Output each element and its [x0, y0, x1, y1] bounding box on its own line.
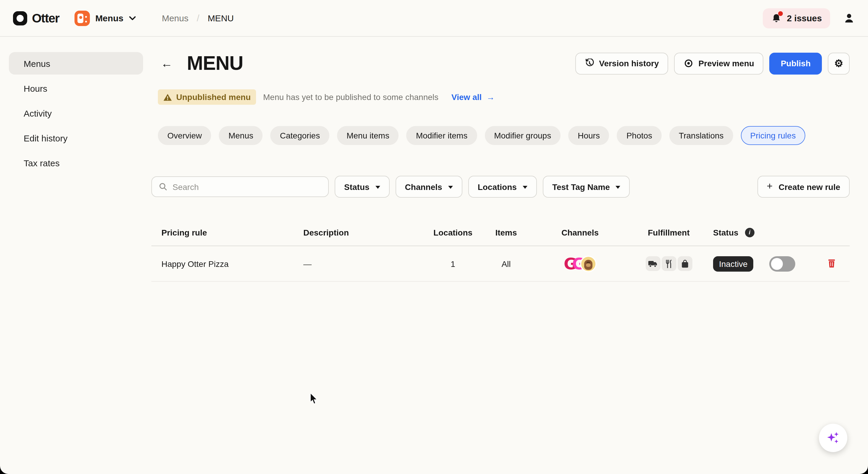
caret-down-icon: [448, 186, 453, 189]
publish-button[interactable]: Publish: [770, 52, 822, 74]
channels-filter-label: Channels: [405, 182, 442, 191]
app-switcher-label: Menus: [95, 13, 123, 23]
tab-menu-items[interactable]: Menu items: [337, 126, 399, 145]
status-filter-label: Status: [344, 182, 370, 191]
app-window: Otter Menus Menus / MENU: [0, 0, 868, 474]
rule-status-cell: Inactive: [713, 256, 850, 271]
sidebar-item-activity[interactable]: Activity: [9, 102, 143, 124]
chevron-down-icon: [129, 16, 136, 21]
status-filter-dropdown[interactable]: Status: [335, 176, 390, 198]
rule-name[interactable]: Happy Otter Pizza: [151, 259, 293, 268]
caret-down-icon: [523, 186, 527, 189]
locations-filter-label: Locations: [478, 182, 517, 191]
table-row[interactable]: Happy Otter Pizza — 1 All G G: [151, 246, 850, 282]
app-switcher[interactable]: Menus: [74, 10, 136, 26]
filters-row: Status Channels Locations Test Tag Name …: [151, 176, 850, 198]
create-new-rule-button[interactable]: + Create new rule: [757, 176, 850, 198]
tab-categories[interactable]: Categories: [271, 126, 329, 145]
tab-pricing-rules[interactable]: Pricing rules: [741, 126, 805, 145]
rule-locations: 1: [429, 259, 476, 268]
caret-down-icon: [616, 186, 621, 189]
sidebar-item-menus[interactable]: Menus: [9, 52, 143, 75]
channel-otter-icon: [580, 255, 596, 272]
breadcrumb-parent[interactable]: Menus: [162, 13, 188, 23]
column-status: Status i: [713, 228, 850, 237]
rule-fulfillment: [624, 256, 713, 271]
preview-menu-label: Preview menu: [699, 59, 754, 68]
tab-modifier-groups[interactable]: Modifier groups: [485, 126, 561, 145]
title-row: ← MENU Version history Preview: [151, 52, 850, 75]
pricing-rules-table: Pricing rule Description Locations Items…: [151, 219, 850, 282]
search-box: [151, 176, 329, 197]
column-locations: Locations: [429, 228, 476, 237]
version-history-label: Version history: [599, 59, 659, 68]
status-toggle[interactable]: [770, 256, 796, 271]
delivery-truck-icon: [645, 256, 660, 271]
tab-hours[interactable]: Hours: [568, 126, 609, 145]
assistant-fab[interactable]: [819, 424, 847, 452]
column-pricing-rule: Pricing rule: [151, 228, 293, 237]
bell-icon: [771, 13, 782, 23]
rule-channels: G G: [536, 255, 624, 272]
tabs-row: Overview Menus Categories Menu items Mod…: [158, 126, 850, 145]
breadcrumb-separator: /: [196, 13, 199, 23]
alert-message: Menu has yet to be published to some cha…: [263, 92, 438, 102]
history-icon: [585, 59, 594, 68]
tab-translations[interactable]: Translations: [669, 126, 733, 145]
tag-filter-label: Test Tag Name: [552, 182, 610, 191]
tab-overview[interactable]: Overview: [158, 126, 211, 145]
eye-icon: [684, 59, 694, 67]
tag-filter-dropdown[interactable]: Test Tag Name: [543, 176, 630, 198]
tab-photos[interactable]: Photos: [617, 126, 662, 145]
channels-filter-dropdown[interactable]: Channels: [396, 176, 462, 198]
search-icon: [159, 182, 167, 191]
unpublished-badge: Unpublished menu: [158, 89, 256, 105]
version-history-button[interactable]: Version history: [575, 52, 668, 74]
arrow-right-icon: →: [486, 92, 495, 102]
unpublished-badge-label: Unpublished menu: [176, 92, 251, 102]
view-all-link[interactable]: View all →: [452, 92, 495, 102]
column-fulfillment: Fulfillment: [624, 228, 713, 237]
brand-name: Otter: [32, 11, 59, 25]
column-description: Description: [293, 228, 429, 237]
otter-brand[interactable]: Otter: [13, 11, 59, 25]
table-header: Pricing rule Description Locations Items…: [151, 219, 850, 246]
breadcrumb-current: MENU: [208, 13, 234, 23]
dine-in-icon: [661, 256, 676, 271]
settings-button[interactable]: ⚙: [828, 52, 850, 74]
sidebar-item-tax-rates[interactable]: Tax rates: [9, 151, 143, 174]
menus-app-icon: [74, 10, 90, 26]
mouse-cursor: [310, 392, 319, 405]
page-title: MENU: [187, 52, 243, 75]
rule-description: —: [293, 259, 429, 268]
search-input[interactable]: [173, 182, 321, 191]
locations-filter-dropdown[interactable]: Locations: [468, 176, 537, 198]
column-items: Items: [476, 228, 536, 237]
sidebar-item-hours[interactable]: Hours: [9, 77, 143, 99]
plus-icon: +: [767, 180, 773, 192]
rule-items: All: [476, 259, 536, 268]
column-channels: Channels: [536, 228, 624, 237]
gear-icon: ⚙: [834, 57, 843, 69]
delete-rule-button[interactable]: [828, 259, 835, 268]
otter-logo-icon: [13, 11, 27, 25]
topbar: Otter Menus Menus / MENU: [0, 0, 868, 37]
breadcrumb: Menus / MENU: [162, 13, 234, 23]
user-avatar[interactable]: [843, 12, 855, 24]
pickup-bag-icon: [677, 256, 692, 271]
title-actions: Version history Preview menu Publish ⚙: [575, 52, 850, 74]
issues-button[interactable]: 2 issues: [763, 8, 830, 28]
info-icon[interactable]: i: [745, 228, 754, 237]
sidebar: Menus Hours Activity Edit history Tax ra…: [0, 37, 151, 474]
back-button[interactable]: ←: [158, 54, 176, 72]
create-new-rule-label: Create new rule: [778, 182, 840, 191]
main-content: ← MENU Version history Preview: [151, 37, 850, 282]
tab-modifier-items[interactable]: Modifier items: [406, 126, 477, 145]
sidebar-item-edit-history[interactable]: Edit history: [9, 127, 143, 149]
unpublished-alert: Unpublished menu Menu has yet to be publ…: [158, 89, 850, 105]
view-all-label: View all: [452, 92, 482, 102]
caret-down-icon: [375, 186, 380, 189]
tab-menus[interactable]: Menus: [219, 126, 263, 145]
publish-label: Publish: [781, 59, 811, 68]
preview-menu-button[interactable]: Preview menu: [674, 52, 764, 74]
